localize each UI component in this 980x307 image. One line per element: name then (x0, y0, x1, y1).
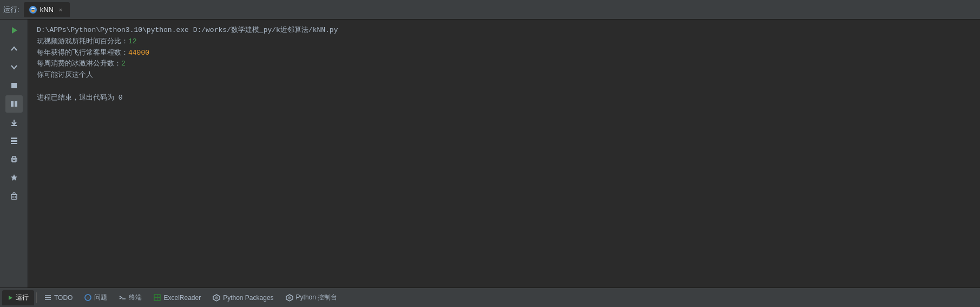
svg-rect-13 (11, 194, 17, 199)
stop-button[interactable] (5, 77, 23, 94)
scroll-down-button[interactable] (5, 58, 23, 76)
python-tab-icon (29, 6, 37, 14)
svg-rect-5 (15, 101, 17, 107)
download-button[interactable] (5, 114, 23, 131)
svg-rect-12 (12, 160, 16, 162)
svg-marker-2 (12, 27, 17, 34)
excel-icon (154, 294, 161, 301)
separator-1 (36, 292, 37, 303)
exit-line: 进程已结束，退出代码为 0 (37, 93, 971, 104)
output-value-2: 44000 (128, 48, 149, 59)
pin-button[interactable] (5, 169, 23, 186)
output-line-2: 每年获得的飞行常客里程数：44000 (37, 48, 971, 59)
svg-rect-15 (13, 193, 15, 194)
scroll-up-button[interactable] (5, 40, 23, 57)
todo-icon (44, 294, 51, 301)
output-prefix-3: 每周消费的冰激淋公升数： (37, 58, 121, 70)
svg-rect-8 (11, 140, 17, 142)
empty-line (37, 81, 971, 93)
svg-marker-31 (288, 296, 291, 299)
svg-rect-11 (12, 156, 16, 159)
output-prefix-2: 每年获得的飞行常客里程数： (37, 48, 128, 59)
output-line-1: 玩视频游戏所耗时间百分比：12 (37, 36, 971, 48)
output-line-4: 你可能讨厌这个人 (37, 70, 971, 81)
svg-rect-4 (11, 101, 14, 107)
python-console-icon (286, 294, 293, 302)
output-text-4: 你可能讨厌这个人 (37, 70, 93, 81)
svg-rect-7 (11, 138, 17, 139)
svg-rect-3 (11, 83, 17, 88)
output-line-3: 每周消费的冰激淋公升数：2 (37, 58, 971, 70)
bottom-tab-issues-label: 问题 (94, 293, 107, 302)
bottom-tab-issues[interactable]: i 问题 (79, 290, 113, 305)
issues-icon: i (84, 294, 91, 301)
svg-rect-9 (11, 143, 17, 144)
console-output: D:\APPs\Python\Python3.10\python.exe D:/… (28, 19, 980, 288)
play-icon (8, 295, 13, 301)
run-button[interactable] (5, 22, 23, 39)
bottom-tab-excel-label: ExcelReader (163, 294, 201, 302)
layout-button[interactable] (5, 132, 23, 149)
tab-label: kNN (40, 5, 54, 14)
terminal-icon (119, 294, 126, 301)
bottom-tab-python-console-label: Python 控制台 (296, 293, 338, 302)
svg-marker-29 (215, 296, 218, 299)
command-text: D:\APPs\Python\Python3.10\python.exe D:/… (37, 25, 338, 36)
command-line: D:\APPs\Python\Python3.10\python.exe D:/… (37, 25, 971, 36)
output-prefix-1: 玩视频游戏所耗时间百分比： (37, 36, 128, 48)
output-value-1: 12 (128, 36, 137, 48)
bottom-tab-todo-label: TODO (54, 294, 73, 302)
delete-button[interactable] (5, 187, 23, 205)
knn-tab[interactable]: kNN × (24, 2, 70, 17)
bottom-tab-terminal[interactable]: 终端 (114, 290, 147, 305)
svg-rect-1 (32, 9, 34, 10)
run-label: 运行: (3, 5, 19, 15)
bottom-tab-python-packages[interactable]: Python Packages (207, 290, 279, 305)
left-toolbar (0, 19, 28, 288)
bottom-tab-terminal-label: 终端 (129, 293, 142, 302)
main-area: D:\APPs\Python\Python3.10\python.exe D:/… (0, 19, 980, 288)
tab-close-button[interactable]: × (57, 6, 64, 14)
svg-text:i: i (88, 296, 89, 301)
tab-bar: 运行: kNN × (0, 0, 980, 19)
bottom-run-button[interactable]: 运行 (2, 290, 34, 305)
output-value-3: 2 (121, 58, 126, 70)
bottom-run-label: 运行 (16, 293, 29, 302)
exit-text: 进程已结束，退出代码为 0 (37, 93, 123, 104)
bottom-tab-python-packages-label: Python Packages (223, 294, 273, 302)
rerun-button[interactable] (5, 95, 23, 113)
bottom-bar: 运行 TODO i 问题 终端 (0, 288, 980, 307)
python-packages-icon (213, 294, 220, 302)
bottom-tab-todo[interactable]: TODO (39, 290, 78, 305)
bottom-tab-excel[interactable]: ExcelReader (148, 290, 206, 305)
bottom-tab-python-console[interactable]: Python 控制台 (280, 290, 343, 305)
svg-marker-18 (9, 296, 12, 300)
print-button[interactable] (5, 151, 23, 168)
